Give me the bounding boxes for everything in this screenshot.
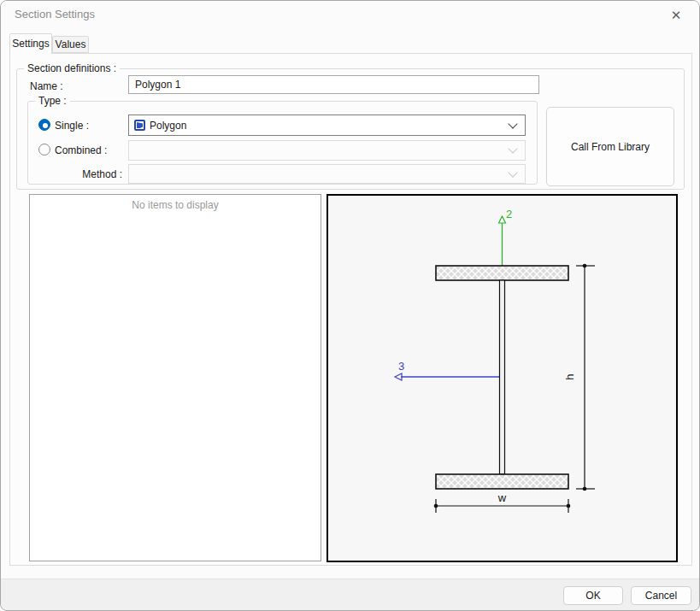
method-label: Method : <box>50 168 122 180</box>
axis-2-arrow-icon <box>499 216 506 223</box>
dim-w-dot-right <box>567 504 571 508</box>
i-beam-diagram: 2 3 h <box>328 196 676 561</box>
method-combobox[interactable] <box>128 164 526 184</box>
combined-radio-label: Combined : <box>55 144 107 156</box>
chevron-down-icon <box>508 119 517 128</box>
single-type-combobox[interactable]: Polygon <box>128 115 526 136</box>
polygon-icon <box>134 120 145 131</box>
bottom-flange <box>436 474 568 489</box>
cancel-button[interactable]: Cancel <box>631 586 691 605</box>
dialog-title: Section Settings <box>15 1 95 28</box>
name-input[interactable] <box>128 75 539 94</box>
axis-3-arrow-icon <box>395 373 402 380</box>
call-from-library-button[interactable]: Call From Library <box>546 107 674 186</box>
chevron-down-icon <box>508 167 517 177</box>
chevron-down-icon <box>508 144 517 153</box>
section-preview-pane: 2 3 h <box>326 194 678 562</box>
type-group-label: Type : <box>35 95 70 107</box>
ok-button[interactable]: OK <box>563 586 623 605</box>
combined-radio[interactable] <box>38 144 50 156</box>
settings-tab-page: Section definitions : Name : Type : Sing… <box>9 53 692 566</box>
single-type-value: Polygon <box>150 120 186 132</box>
single-radio[interactable] <box>38 119 50 131</box>
section-settings-dialog: Section Settings ✕ Settings Values Secti… <box>0 0 700 611</box>
axis-2-label: 2 <box>506 208 512 220</box>
dim-w-label: w <box>497 491 507 504</box>
web <box>500 280 505 474</box>
close-icon[interactable]: ✕ <box>665 6 687 25</box>
tab-settings[interactable]: Settings <box>9 33 52 54</box>
title-bar: Section Settings ✕ <box>1 1 699 28</box>
dim-h-dot-bottom <box>583 487 587 491</box>
dim-h-label: h <box>563 373 576 379</box>
axis-3-label: 3 <box>398 360 404 373</box>
dim-w-dot-left <box>434 504 438 508</box>
name-label: Name : <box>30 80 63 92</box>
dim-h-dot-top <box>583 264 587 268</box>
section-definitions-group-label: Section definitions : <box>24 62 120 74</box>
top-flange <box>436 266 568 280</box>
sections-list[interactable]: No items to display <box>29 194 321 561</box>
single-radio-label: Single : <box>55 120 89 132</box>
empty-list-text: No items to display <box>30 199 321 211</box>
combined-type-combobox[interactable] <box>128 140 526 161</box>
tab-values[interactable]: Values <box>52 36 89 53</box>
